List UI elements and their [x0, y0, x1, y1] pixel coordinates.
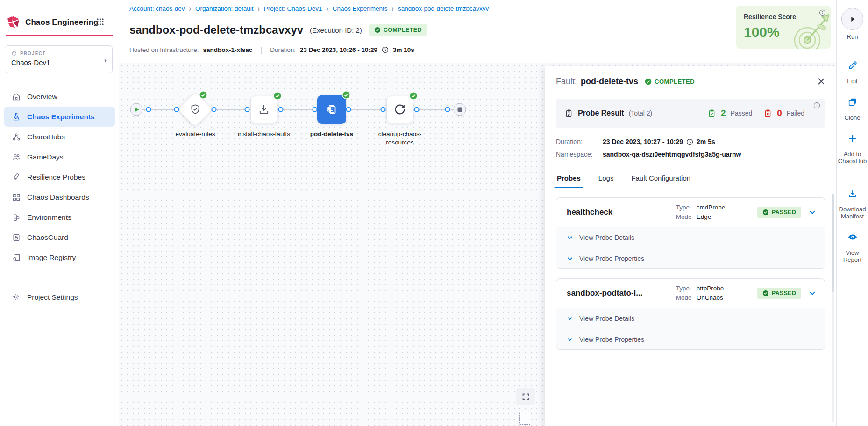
- namespace-value: sandbox-qa-dszi0eehtmqgvdfsfg3a5g-uarnw: [603, 151, 741, 158]
- flask-icon: [11, 112, 21, 122]
- success-badge-icon: [409, 92, 418, 100]
- breadcrumb-account[interactable]: Account: chaos-dev: [129, 5, 185, 12]
- breadcrumb: Account: chaos-dev › Organization: defau…: [129, 5, 489, 12]
- success-badge-icon: [273, 92, 282, 100]
- check-circle-icon: [374, 27, 381, 33]
- play-icon: [135, 107, 139, 112]
- clipboard-check-icon: [707, 109, 716, 118]
- divider: |: [256, 46, 266, 54]
- sidebar-item-chaos-dashboards[interactable]: Chaos Dashboards: [0, 187, 119, 207]
- fault-duration-row: Duration: 23 Dec 2023, 10:27 - 10:29 2m …: [556, 138, 825, 145]
- infra-value: sandbox-1-xlsac: [203, 46, 253, 53]
- probe-type-mode: TypehttpProbe ModeOnChaos: [676, 284, 750, 303]
- sidebar-item-label: ChaosHubs: [27, 133, 65, 141]
- node-label: cleanup-chaos-resources: [372, 130, 428, 147]
- execution-id: (Execution ID: 2): [310, 26, 362, 34]
- sidebar-item-resilience-probes[interactable]: Resilience Probes: [0, 167, 119, 187]
- play-icon: [848, 15, 857, 23]
- fullscreen-button[interactable]: [516, 388, 535, 405]
- view-probe-properties-link[interactable]: View Probe Properties: [556, 248, 825, 268]
- run-button[interactable]: [841, 8, 863, 30]
- add-to-chaoshub-button[interactable]: Add to ChaosHub: [837, 133, 868, 165]
- app-grid-icon[interactable]: [97, 18, 104, 25]
- chaos-fault-icon: [325, 103, 338, 116]
- probe-name: sandbox-podtato-l...: [567, 289, 669, 298]
- breadcrumb-project[interactable]: Project: Chaos-Dev1: [264, 5, 322, 12]
- left-sidebar: Chaos Engineering PROJECT Chaos-Dev1: [0, 0, 119, 426]
- panel-scrollbar[interactable]: [832, 194, 834, 422]
- info-icon[interactable]: [813, 102, 820, 109]
- project-name: Chaos-Dev1: [11, 58, 112, 66]
- chevron-right-icon: ›: [326, 5, 328, 13]
- chevron-down-icon: [567, 255, 573, 262]
- download-icon: [847, 188, 858, 199]
- sidebar-item-label: Resilience Probes: [27, 173, 85, 181]
- chaos-engineering-logo-icon: [6, 14, 21, 29]
- sidebar-item-environments[interactable]: Environments: [0, 207, 119, 227]
- passed-label: Passed: [731, 109, 753, 117]
- sidebar-item-image-registry[interactable]: Image Registry: [0, 247, 119, 267]
- sidebar-item-chaoshubs[interactable]: ChaosHubs: [0, 127, 119, 147]
- download-manifest-button[interactable]: Download Manifest: [837, 188, 868, 220]
- sidebar-item-label: Overview: [27, 93, 57, 101]
- status-badge: COMPLETED: [369, 24, 427, 36]
- connector-port: [445, 107, 450, 112]
- view-report-button[interactable]: View Report: [839, 232, 867, 263]
- module-title: Chaos Engineering: [25, 18, 99, 27]
- chevron-right-icon: ›: [104, 56, 107, 64]
- sidebar-item-project-settings[interactable]: Project Settings: [0, 287, 119, 307]
- target-illustration: [785, 13, 831, 49]
- tab-probes[interactable]: Probes: [556, 170, 582, 188]
- home-icon: [11, 92, 21, 101]
- chevron-down-icon[interactable]: [809, 289, 816, 297]
- module-header: Chaos Engineering: [0, 0, 119, 36]
- node-label: evaluate-rules: [167, 130, 223, 138]
- fault-panel-tabs: Probes Logs Fault Configuration: [545, 170, 836, 188]
- brand-underline: [6, 35, 113, 36]
- fault-label: Fault:: [556, 77, 577, 87]
- breadcrumb-current[interactable]: sandbox-pod-delete-tmzbcavxyv: [398, 5, 489, 12]
- probe-type-mode: TypecmdProbe ModeEdge: [676, 203, 750, 222]
- registry-gear-icon: [11, 253, 21, 262]
- breadcrumb-organization[interactable]: Organization: default: [195, 5, 254, 12]
- connector-port: [245, 107, 250, 112]
- flow-start-node[interactable]: [130, 103, 143, 116]
- probe-result-summary: Probe Result (Total 2) 2 Passed 0 Failed: [556, 99, 825, 128]
- people-icon: [11, 152, 21, 162]
- sidebar-item-overview[interactable]: Overview: [0, 87, 119, 107]
- duration-value: 23 Dec 2023, 10:26 - 10:29: [300, 46, 377, 53]
- probe-card-sandbox-podtato: sandbox-podtato-l... TypehttpProbe ModeO…: [556, 278, 825, 350]
- plus-icon: [847, 133, 858, 144]
- sidebar-item-gamedays[interactable]: GameDays: [0, 147, 119, 167]
- success-badge-icon: [199, 91, 207, 99]
- node-pod-delete-tvs[interactable]: [317, 95, 346, 124]
- flow-end-node[interactable]: [454, 103, 466, 116]
- close-icon[interactable]: [817, 77, 826, 86]
- chevron-right-icon: ›: [189, 5, 191, 13]
- view-probe-details-link[interactable]: View Probe Details: [556, 227, 825, 248]
- download-icon: [257, 103, 270, 116]
- node-label: install-chaos-faults: [236, 130, 292, 138]
- connector-port: [174, 107, 179, 112]
- view-probe-details-link[interactable]: View Probe Details: [556, 308, 825, 329]
- project-selector[interactable]: PROJECT Chaos-Dev1 ›: [5, 45, 113, 73]
- sidebar-item-label: Image Registry: [27, 253, 76, 262]
- fault-namespace-row: Namespace: sandbox-qa-dszi0eehtmqgvdfsfg…: [556, 151, 825, 158]
- sidebar-item-label: Chaos Experiments: [27, 113, 95, 121]
- view-probe-properties-link[interactable]: View Probe Properties: [556, 329, 825, 349]
- sidebar-item-chaos-experiments[interactable]: Chaos Experiments: [4, 107, 115, 127]
- sidebar-item-chaosguard[interactable]: ChaosGuard: [0, 227, 119, 247]
- dashboard-icon: [11, 192, 21, 202]
- passed-count: 2: [721, 108, 726, 118]
- sidebar-item-label: GameDays: [27, 153, 64, 161]
- connector-port: [381, 107, 386, 112]
- node-evaluate-rules[interactable]: [178, 92, 213, 127]
- edit-button[interactable]: Edit: [847, 60, 857, 85]
- probe-result-total: (Total 2): [629, 109, 653, 117]
- tab-fault-configuration[interactable]: Fault Configuration: [630, 170, 691, 188]
- clone-button[interactable]: Clone: [845, 97, 861, 121]
- breadcrumb-chaos-experiments[interactable]: Chaos Experiments: [333, 5, 388, 12]
- chevron-down-icon[interactable]: [809, 209, 816, 216]
- selection-tool-button[interactable]: [519, 412, 531, 425]
- tab-logs[interactable]: Logs: [598, 170, 615, 188]
